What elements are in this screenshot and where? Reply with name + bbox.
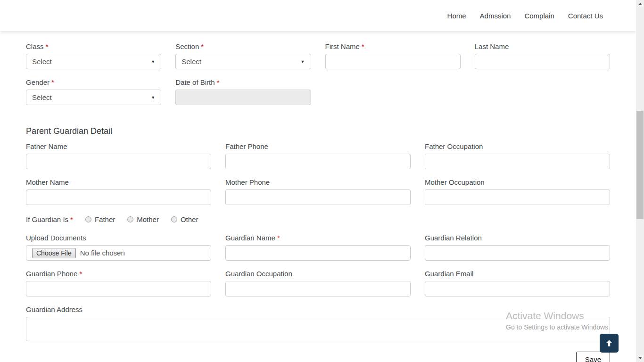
choose-file-button[interactable]: Choose File <box>32 248 76 258</box>
required-marker: * <box>362 42 364 50</box>
form-row-mother: Mother Name Mother Phone Mother Occupati… <box>19 178 617 214</box>
guardian-is-label: If Guardian Is* <box>26 215 73 223</box>
guardian-address-textarea[interactable] <box>26 317 610 341</box>
father-occupation-label: Father Occupation <box>425 142 610 150</box>
form-actions: Save <box>19 352 617 362</box>
section-title-parent-guardian: Parent Guardian Detail <box>26 126 610 136</box>
last-name-label: Last Name <box>475 42 610 50</box>
class-label: Class* <box>26 42 161 50</box>
guardian-address-label: Guardian Address <box>26 305 610 313</box>
first-name-input[interactable] <box>325 54 461 69</box>
required-marker: * <box>79 270 82 278</box>
class-select[interactable]: Select ▼ <box>26 54 161 69</box>
gender-label: Gender* <box>26 78 161 86</box>
mother-name-label: Mother Name <box>26 178 211 186</box>
father-occupation-input[interactable] <box>425 154 610 169</box>
section-label: Section* <box>175 42 311 50</box>
form-row-1: Class* Select ▼ Section* Select ▼ First … <box>19 42 617 78</box>
guardian-email-input[interactable] <box>425 281 610 296</box>
scrollbar-thumb[interactable] <box>636 111 644 219</box>
guardian-name-label: Guardian Name* <box>225 234 411 242</box>
gender-select[interactable]: Select ▼ <box>26 90 161 105</box>
radio-option-label: Mother <box>137 215 159 223</box>
arrow-up-icon <box>605 339 613 347</box>
father-name-input[interactable] <box>26 154 211 169</box>
radio-option-label: Other <box>181 215 198 223</box>
gender-select-value: Select <box>32 93 52 101</box>
admission-form: Class* Select ▼ Section* Select ▼ First … <box>0 31 636 362</box>
guardian-name-input[interactable] <box>225 245 411 261</box>
guardian-phone-label: Guardian Phone* <box>26 270 211 278</box>
father-phone-label: Father Phone <box>225 142 411 150</box>
guardian-relation-label: Guardian Relation <box>425 234 610 242</box>
guardian-is-option-other[interactable]: Other <box>171 215 198 223</box>
required-marker: * <box>201 42 204 50</box>
last-name-input[interactable] <box>475 54 610 69</box>
upload-documents-file-input[interactable]: Choose File No file chosen <box>26 245 211 261</box>
form-row-guardian-contact: Guardian Phone* Guardian Occupation Guar… <box>19 270 617 305</box>
dob-input[interactable] <box>175 90 311 105</box>
radio-icon <box>171 216 177 222</box>
chevron-down-icon: ▼ <box>151 59 155 64</box>
nav-home[interactable]: Home <box>447 12 466 20</box>
first-name-label: First Name* <box>325 42 461 50</box>
form-row-father: Father Name Father Phone Father Occupati… <box>19 142 617 178</box>
save-button[interactable]: Save <box>576 352 610 362</box>
mother-name-input[interactable] <box>26 189 211 205</box>
guardian-relation-input[interactable] <box>425 245 610 261</box>
guardian-phone-input[interactable] <box>26 281 211 296</box>
form-row-2: Gender* Select ▼ Date of Birth* <box>19 78 617 114</box>
vertical-scrollbar[interactable] <box>636 0 644 362</box>
required-marker: * <box>51 78 54 86</box>
nav-contact-us[interactable]: Contact Us <box>568 12 603 20</box>
guardian-occupation-label: Guardian Occupation <box>225 270 411 278</box>
top-navbar: Home Admssion Complain Contact Us <box>0 0 636 31</box>
guardian-is-option-father[interactable]: Father <box>85 215 115 223</box>
mother-phone-label: Mother Phone <box>225 178 411 186</box>
required-marker: * <box>46 42 49 50</box>
guardian-occupation-input[interactable] <box>225 281 411 296</box>
chevron-down-icon: ▼ <box>151 95 155 100</box>
required-marker: * <box>277 234 280 242</box>
guardian-email-label: Guardian Email <box>425 270 610 278</box>
scroll-to-top-button[interactable] <box>600 334 619 353</box>
page: Home Admssion Complain Contact Us Class*… <box>0 0 636 362</box>
required-marker: * <box>217 78 220 86</box>
scrollbar-up-icon[interactable] <box>636 0 644 8</box>
radio-icon <box>85 216 91 222</box>
guardian-is-radio-group: If Guardian Is* Father Mother Other <box>26 215 610 223</box>
file-status-text: No file chosen <box>80 249 125 257</box>
mother-occupation-input[interactable] <box>425 189 610 205</box>
nav-admission[interactable]: Admssion <box>480 12 511 20</box>
chevron-down-icon: ▼ <box>301 59 305 64</box>
form-row-upload: Upload Documents Choose File No file cho… <box>19 234 617 270</box>
scrollbar-down-icon[interactable] <box>636 354 644 362</box>
section-select-value: Select <box>182 58 201 66</box>
father-phone-input[interactable] <box>225 154 411 169</box>
mother-phone-input[interactable] <box>225 189 411 205</box>
dob-label: Date of Birth* <box>175 78 311 86</box>
form-row-address: Guardian Address <box>19 305 617 343</box>
mother-occupation-label: Mother Occupation <box>425 178 610 186</box>
required-marker: * <box>70 215 73 223</box>
upload-documents-label: Upload Documents <box>26 234 211 242</box>
father-name-label: Father Name <box>26 142 211 150</box>
radio-icon <box>127 216 133 222</box>
section-select[interactable]: Select ▼ <box>175 54 311 69</box>
nav-complain[interactable]: Complain <box>524 12 554 20</box>
guardian-is-option-mother[interactable]: Mother <box>127 215 159 223</box>
class-select-value: Select <box>32 58 52 66</box>
radio-option-label: Father <box>95 215 115 223</box>
